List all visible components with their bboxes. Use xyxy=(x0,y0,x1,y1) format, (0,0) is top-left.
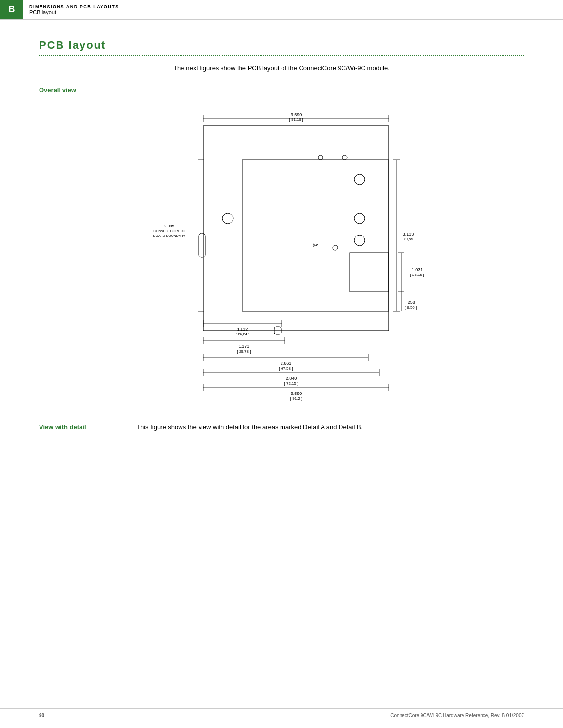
pcb-diagram-svg: 3.590 [ 91,19 ] ✂ xyxy=(130,101,433,404)
svg-text:[ 79,59  ]: [ 79,59 ] xyxy=(402,237,416,241)
footer-document-info: ConnectCore 9C/Wi-9C Hardware Reference,… xyxy=(390,713,524,718)
svg-text:[ 29,78  ]: [ 29,78 ] xyxy=(237,349,251,354)
dotted-separator xyxy=(39,55,524,56)
intro-paragraph: The next figures show the PCB layout of … xyxy=(39,64,524,72)
page-content: PCB layout The next figures show the PCB… xyxy=(0,20,563,450)
svg-text:[ 72,15  ]: [ 72,15 ] xyxy=(284,381,299,386)
header-bar: B DIMENSIONS AND PCB LAYOUTS PCB layout xyxy=(0,0,563,20)
svg-text:1.031: 1.031 xyxy=(412,267,423,272)
svg-text:[ 91,19  ]: [ 91,19 ] xyxy=(289,118,303,122)
svg-rect-16 xyxy=(199,233,205,257)
svg-text:3.590: 3.590 xyxy=(291,391,302,396)
svg-rect-5 xyxy=(203,126,389,331)
footer-page-number: 90 xyxy=(39,713,44,718)
svg-text:2.840: 2.840 xyxy=(286,376,297,381)
svg-text:[ 6,56  ]: [ 6,56 ] xyxy=(405,305,417,310)
svg-text:[ 28,24  ]: [ 28,24 ] xyxy=(236,332,250,336)
header-text: DIMENSIONS AND PCB LAYOUTS PCB layout xyxy=(23,0,125,19)
svg-rect-6 xyxy=(242,160,389,311)
view-with-detail-text: This figure shows the view with detail f… xyxy=(137,423,524,431)
svg-text:BOARD BOUNDARY: BOARD BOUNDARY xyxy=(153,234,186,237)
svg-rect-18 xyxy=(350,253,389,292)
svg-point-8 xyxy=(342,155,347,160)
chapter-letter: B xyxy=(0,0,23,19)
svg-text:1.173: 1.173 xyxy=(239,344,250,349)
pcb-diagram-container: 3.590 [ 91,19 ] ✂ xyxy=(39,101,524,404)
svg-text:3.133: 3.133 xyxy=(403,232,414,236)
svg-text:CONNECTCORE 9C: CONNECTCORE 9C xyxy=(153,229,185,233)
page-footer: 90 ConnectCore 9C/Wi-9C Hardware Referen… xyxy=(0,708,563,718)
svg-point-7 xyxy=(318,155,323,160)
svg-text:[ 67,58  ]: [ 67,58 ] xyxy=(279,366,293,371)
svg-text:2.085: 2.085 xyxy=(164,224,175,228)
svg-point-11 xyxy=(222,213,233,224)
chapter-title: DIMENSIONS AND PCB LAYOUTS xyxy=(29,4,119,9)
svg-point-9 xyxy=(354,174,365,185)
svg-point-12 xyxy=(354,213,365,224)
view-with-detail-section: View with detail This figure shows the v… xyxy=(39,423,524,431)
svg-point-13 xyxy=(354,235,365,246)
header-subtitle: PCB layout xyxy=(29,9,119,15)
svg-text:1.112: 1.112 xyxy=(237,327,248,332)
view-with-detail-label: View with detail xyxy=(39,423,127,431)
overall-view-heading: Overall view xyxy=(39,86,524,94)
svg-text:[ 91,2  ]: [ 91,2 ] xyxy=(290,396,302,401)
svg-text:.258: .258 xyxy=(406,300,415,305)
svg-point-15 xyxy=(333,245,338,250)
svg-text:✂: ✂ xyxy=(313,241,319,249)
svg-text:[ 26,18  ]: [ 26,18 ] xyxy=(410,273,424,277)
svg-text:2.661: 2.661 xyxy=(281,361,292,366)
page-title: PCB layout xyxy=(39,39,524,52)
svg-text:3.590: 3.590 xyxy=(291,112,302,117)
